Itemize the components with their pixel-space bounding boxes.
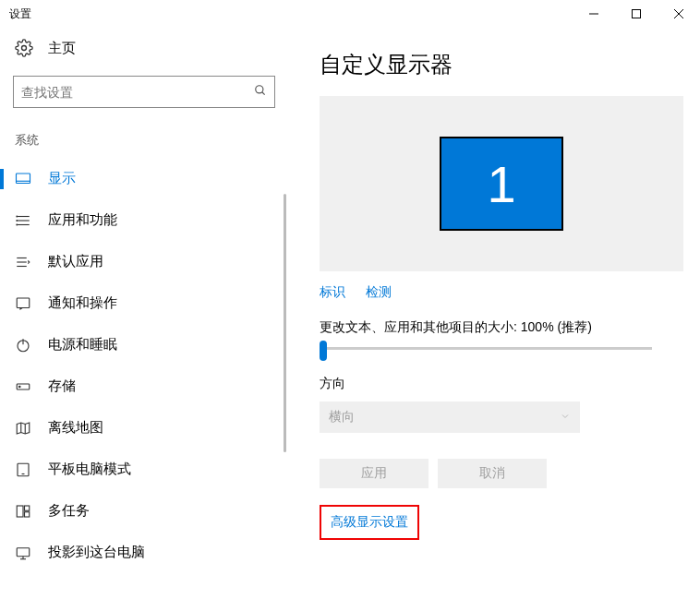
maps-icon [15, 420, 31, 437]
minimize-button[interactable] [573, 0, 615, 28]
sidebar-item-label: 通知和操作 [48, 294, 117, 312]
notifications-icon [15, 295, 31, 312]
advanced-highlight-box: 高级显示设置 [320, 505, 419, 540]
window-title: 设置 [9, 6, 31, 22]
home-label: 主页 [48, 40, 76, 57]
svg-rect-7 [17, 174, 30, 184]
sidebar-item-apps[interactable]: 应用和功能 [0, 199, 288, 241]
svg-point-13 [17, 220, 18, 221]
sidebar-item-label: 离线地图 [48, 419, 103, 437]
apply-button[interactable]: 应用 [320, 459, 428, 488]
maximize-button[interactable] [615, 0, 658, 28]
svg-rect-31 [17, 547, 30, 556]
search-field[interactable] [21, 85, 254, 100]
svg-line-6 [262, 92, 265, 95]
apps-icon [15, 212, 31, 229]
multitask-icon [15, 503, 31, 520]
sidebar-item-project[interactable]: 投影到这台电脑 [0, 532, 288, 561]
scrollbar-thumb[interactable] [284, 194, 286, 452]
main-area: 主页 系统 显示 应用和功能 默认应用 [0, 28, 700, 599]
active-indicator [0, 169, 4, 189]
section-label: 系统 [0, 115, 288, 158]
monitor-id: 1 [487, 154, 515, 214]
default-apps-icon [15, 254, 31, 270]
svg-rect-30 [25, 511, 30, 516]
chevron-down-icon [560, 410, 571, 425]
sidebar-item-power[interactable]: 电源和睡眠 [0, 324, 288, 365]
sidebar: 主页 系统 显示 应用和功能 默认应用 [0, 28, 288, 599]
page-title: 自定义显示器 [320, 50, 683, 79]
sidebar-item-maps[interactable]: 离线地图 [0, 407, 288, 449]
home-button[interactable]: 主页 [0, 28, 288, 70]
content-pane: 自定义显示器 1 标识 检测 更改文本、应用和其他项目的大小: 100% (推荐… [288, 28, 700, 599]
advanced-display-settings-link[interactable]: 高级显示设置 [331, 514, 408, 529]
orientation-label: 方向 [320, 376, 683, 392]
sidebar-item-label: 显示 [48, 170, 76, 187]
svg-marker-23 [17, 423, 30, 434]
search-icon [254, 84, 267, 100]
storage-icon [15, 378, 31, 395]
nav-list: 显示 应用和功能 默认应用 通知和操作 电源和睡眠 存储 [0, 158, 288, 561]
close-button[interactable] [658, 0, 700, 28]
sidebar-item-notifications[interactable]: 通知和操作 [0, 282, 288, 324]
sidebar-item-tablet[interactable]: 平板电脑模式 [0, 449, 288, 490]
orientation-select[interactable]: 横向 [320, 401, 580, 433]
apply-cancel-row: 应用 取消 [320, 459, 683, 488]
sidebar-item-storage[interactable]: 存储 [0, 365, 288, 407]
svg-point-12 [17, 216, 18, 217]
display-preview[interactable]: 1 [320, 96, 683, 271]
scale-slider[interactable] [320, 347, 652, 350]
display-icon [15, 171, 31, 187]
detect-link[interactable]: 检测 [366, 284, 392, 301]
search-input[interactable] [13, 76, 275, 108]
sidebar-item-label: 多任务 [48, 502, 90, 520]
sidebar-item-label: 应用和功能 [48, 211, 117, 229]
project-icon [15, 545, 31, 561]
window-controls [573, 0, 700, 28]
cancel-button[interactable]: 取消 [438, 459, 547, 488]
sidebar-item-label: 电源和睡眠 [48, 336, 117, 353]
sidebar-item-label: 存储 [48, 377, 76, 395]
tablet-icon [15, 461, 31, 478]
identify-detect-row: 标识 检测 [320, 284, 683, 301]
sidebar-item-label: 平板电脑模式 [48, 461, 131, 478]
sidebar-item-default-apps[interactable]: 默认应用 [0, 241, 288, 282]
svg-point-5 [256, 86, 263, 93]
sidebar-item-display[interactable]: 显示 [0, 158, 288, 199]
svg-rect-1 [633, 10, 641, 18]
svg-rect-28 [17, 506, 23, 517]
sidebar-item-multitask[interactable]: 多任务 [0, 490, 288, 532]
sidebar-item-label: 投影到这台电脑 [48, 544, 145, 561]
monitor-thumbnail[interactable]: 1 [440, 137, 563, 231]
svg-rect-29 [25, 506, 30, 510]
identify-link[interactable]: 标识 [320, 284, 345, 301]
sidebar-item-label: 默认应用 [48, 253, 103, 270]
svg-point-22 [19, 386, 21, 388]
orientation-value: 横向 [329, 409, 355, 425]
svg-rect-18 [17, 298, 30, 308]
titlebar: 设置 [0, 0, 700, 28]
gear-icon [15, 39, 33, 57]
scale-label: 更改文本、应用和其他项目的大小: 100% (推荐) [320, 319, 683, 336]
power-icon [15, 337, 31, 353]
svg-point-4 [22, 46, 27, 51]
svg-point-14 [17, 224, 18, 225]
slider-thumb[interactable] [320, 341, 327, 361]
